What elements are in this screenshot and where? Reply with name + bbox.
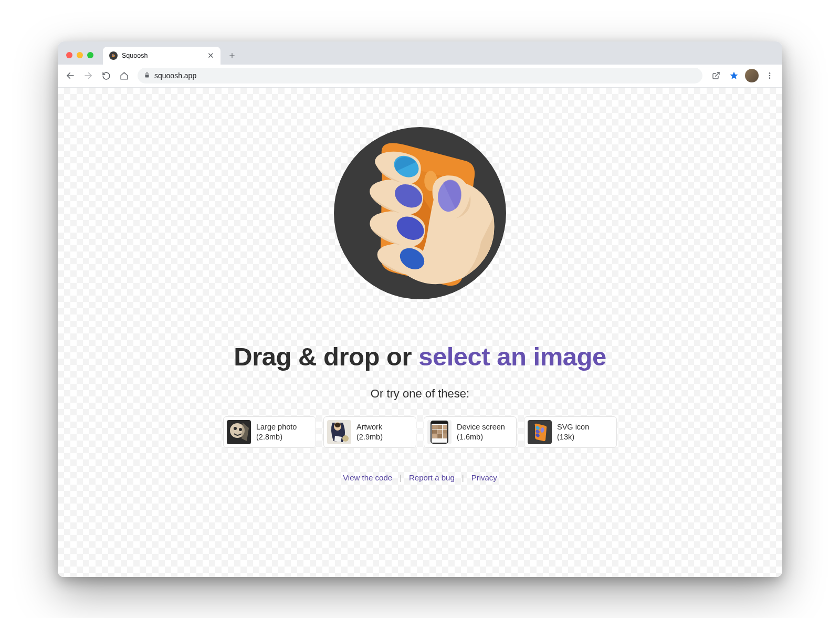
reload-button[interactable] [99, 68, 113, 83]
headline-prefix: Drag & drop or [234, 342, 418, 371]
privacy-link[interactable]: Privacy [471, 473, 497, 482]
card-size: (1.6mb) [457, 432, 505, 442]
card-label: Device screen [457, 422, 505, 432]
footer-links: View the code | Report a bug | Privacy [343, 473, 497, 482]
squoosh-logo-icon [312, 106, 528, 321]
bookmark-star-icon[interactable] [727, 68, 741, 83]
svg-point-11 [769, 75, 771, 77]
svg-rect-32 [437, 425, 442, 429]
thumb-device-screen-icon [427, 420, 452, 444]
svg-marker-9 [730, 72, 738, 79]
sample-cards: Large photo (2.8mb) Artwork (2.9mb) De [223, 416, 617, 448]
sample-artwork[interactable]: Artwork (2.9mb) [323, 416, 416, 448]
browser-window: Squoosh ✕ squoosh.app [58, 41, 782, 577]
favicon-icon [109, 51, 118, 60]
close-window-button[interactable] [66, 52, 72, 58]
card-size: (2.9mb) [356, 432, 383, 442]
forward-button[interactable] [81, 68, 96, 83]
page-content: Drag & drop or select an image Or try on… [58, 88, 782, 577]
svg-rect-37 [432, 434, 437, 438]
browser-toolbar: squoosh.app [58, 65, 782, 88]
svg-rect-36 [443, 430, 447, 434]
profile-avatar[interactable] [744, 68, 759, 83]
select-image-link[interactable]: select an image [418, 342, 606, 371]
maximize-window-button[interactable] [87, 52, 93, 58]
svg-rect-38 [437, 434, 442, 438]
svg-rect-30 [436, 421, 443, 423]
svg-rect-7 [145, 75, 149, 77]
url-text: squoosh.app [154, 71, 196, 80]
svg-rect-39 [443, 434, 447, 438]
new-tab-button[interactable] [225, 48, 239, 63]
svg-point-22 [234, 427, 237, 430]
card-size: (13k) [557, 432, 589, 442]
minimize-window-button[interactable] [77, 52, 83, 58]
sample-device-screen[interactable]: Device screen (1.6mb) [424, 416, 517, 448]
svg-rect-33 [443, 425, 447, 429]
tab-strip: Squoosh ✕ [58, 41, 782, 65]
card-label: Large photo [256, 422, 297, 432]
open-external-icon[interactable] [709, 68, 723, 83]
report-bug-link[interactable]: Report a bug [409, 473, 455, 482]
tab-title: Squoosh [122, 52, 203, 59]
svg-point-26 [342, 435, 349, 442]
svg-point-10 [769, 72, 771, 74]
svg-point-23 [239, 428, 242, 431]
card-size: (2.8mb) [256, 432, 297, 442]
divider: | [400, 473, 402, 482]
svg-line-8 [716, 72, 719, 76]
svg-rect-31 [432, 425, 437, 429]
subheadline: Or try one of these: [371, 387, 469, 401]
browser-tab[interactable]: Squoosh ✕ [103, 47, 220, 65]
thumb-artwork-icon [327, 420, 351, 444]
thumb-large-photo-icon [227, 420, 251, 444]
lock-icon [144, 72, 150, 80]
back-button[interactable] [63, 68, 78, 83]
view-code-link[interactable]: View the code [343, 473, 392, 482]
traffic-lights [66, 52, 93, 58]
svg-rect-35 [437, 430, 442, 434]
card-label: SVG icon [557, 422, 589, 432]
close-tab-icon[interactable]: ✕ [207, 51, 214, 60]
sample-svg-icon[interactable]: SVG icon (13k) [524, 416, 617, 448]
thumb-svg-icon [528, 420, 552, 444]
svg-rect-34 [432, 430, 437, 434]
home-button[interactable] [117, 68, 131, 83]
menu-button[interactable] [762, 68, 777, 83]
headline: Drag & drop or select an image [234, 342, 606, 371]
address-bar[interactable]: squoosh.app [138, 68, 702, 83]
sample-large-photo[interactable]: Large photo (2.8mb) [223, 416, 316, 448]
svg-point-12 [769, 77, 771, 79]
divider: | [462, 473, 464, 482]
card-label: Artwork [356, 422, 383, 432]
